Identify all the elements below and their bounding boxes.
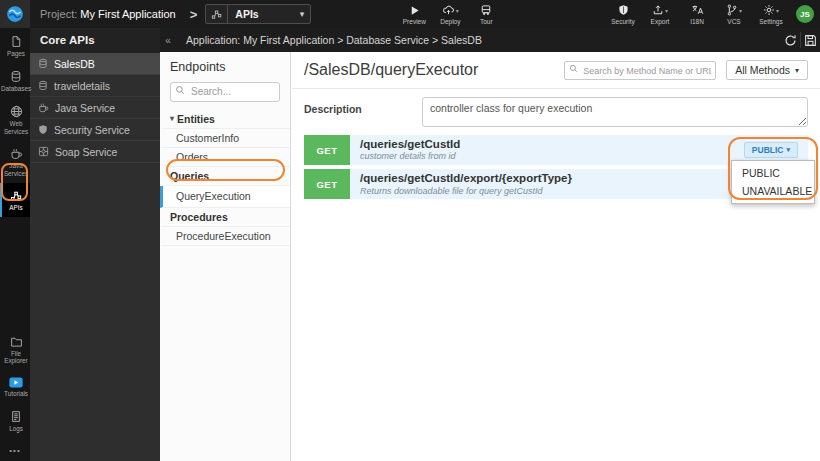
preview-button[interactable]: Preview	[399, 4, 429, 25]
save-icon	[804, 34, 817, 47]
coffee-icon	[10, 147, 23, 160]
endpoints-title: Endpoints	[170, 60, 280, 74]
folder-icon	[10, 336, 23, 348]
dropdown-option-unavailable[interactable]: UNAVAILABLE	[732, 182, 814, 200]
section-queries[interactable]: Queries	[160, 167, 290, 186]
project-label: Project:	[40, 8, 77, 20]
log-file-icon	[10, 410, 22, 423]
access-level-dropdown-button[interactable]: PUBLIC ▾	[744, 142, 798, 158]
security-button[interactable]: Security	[608, 4, 638, 25]
export-icon	[652, 4, 664, 16]
database-icon	[10, 70, 22, 83]
vcs-branch-icon	[726, 4, 738, 16]
save-button[interactable]	[800, 32, 820, 48]
play-icon	[409, 5, 420, 16]
perspective-select[interactable]: APIs ▾	[205, 4, 311, 24]
perspective-label: APIs	[228, 8, 299, 20]
top-bar: Project: My First Application > APIs ▾ P…	[0, 0, 820, 28]
chevron-down-icon: ▾	[776, 7, 779, 14]
section-procedures[interactable]: Procedures	[160, 208, 290, 227]
dropdown-option-public[interactable]: PUBLIC	[732, 164, 814, 182]
description-textarea[interactable]: controller class for query execution	[422, 97, 808, 127]
http-method-badge: GET	[304, 135, 350, 165]
core-apis-item-salesdb[interactable]: SalesDB	[30, 53, 160, 75]
endpoints-search-input[interactable]	[170, 82, 280, 102]
endpoints-search	[170, 81, 280, 102]
all-methods-dropdown[interactable]: All Methods ▾	[726, 60, 808, 80]
caret-down-icon: ▾	[795, 66, 799, 75]
section-entities[interactable]: ▾ Entities	[160, 110, 290, 129]
rail-item-java-services[interactable]: Java Services	[0, 140, 30, 183]
rail-item-apis[interactable]: APIs	[0, 183, 30, 217]
description-label: Description	[304, 97, 422, 127]
breadcrumb-bar: « Application: My First Application > Da…	[160, 28, 820, 52]
endpoint-description: customer details from id	[360, 151, 734, 162]
settings-button[interactable]: ▾ Settings	[756, 4, 786, 25]
chevron-down-icon: ▾	[300, 9, 311, 19]
chevron-down-icon: ▾	[456, 7, 459, 14]
wavemaker-logo[interactable]	[0, 0, 30, 28]
security-shield-icon	[618, 4, 629, 16]
endpoint-item-orders[interactable]: Orders	[160, 148, 290, 167]
export-button[interactable]: ▾ Export	[645, 4, 675, 25]
caret-down-icon: ▾	[786, 146, 790, 154]
logo-icon	[6, 5, 24, 23]
core-apis-item-label: SalesDB	[54, 58, 95, 70]
description-block: Description controller class for query e…	[304, 97, 808, 127]
topbar-actions: Preview ▾ Deploy Tour	[399, 4, 501, 25]
rail-item-web-services[interactable]: Web Services	[0, 98, 30, 141]
method-search-input[interactable]	[564, 61, 716, 80]
main-content: /SalesDB/queryExecutor All Methods ▾ Des…	[292, 52, 820, 461]
chevron-down-icon: ▾	[665, 7, 668, 14]
database-icon	[38, 80, 48, 91]
endpoint-item-customerinfo[interactable]: CustomerInfo	[160, 129, 290, 148]
method-search	[564, 60, 716, 81]
search-icon	[569, 64, 578, 73]
endpoints-panel: Endpoints ▾ Entities CustomerInfo Orders…	[160, 52, 291, 461]
collapse-left-icon[interactable]: «	[160, 35, 176, 46]
soap-icon	[38, 146, 49, 157]
refresh-button[interactable]	[780, 32, 800, 48]
breadcrumb: Application: My First Application > Data…	[186, 34, 482, 46]
core-apis-panel: Core APIs SalesDB traveldetails Java Ser…	[30, 28, 160, 461]
endpoint-item-queryexecution[interactable]: QueryExecution	[160, 186, 290, 208]
core-apis-item-traveldetails[interactable]: traveldetails	[30, 75, 160, 97]
rail-item-file-explorer[interactable]: File Explorer	[0, 329, 30, 371]
app-window: Project: My First Application > APIs ▾ P…	[0, 0, 820, 461]
coffee-icon	[38, 102, 49, 113]
deploy-button[interactable]: ▾ Deploy	[435, 4, 465, 25]
endpoint-path: /queries/getCustId	[360, 137, 734, 151]
access-level-dropdown-menu: PUBLIC UNAVAILABLE	[731, 160, 815, 204]
topbar-right-actions: Security ▾ Export I18N ▾ VCS	[608, 4, 820, 25]
shield-icon	[38, 124, 48, 135]
core-apis-title: Core APIs	[30, 28, 160, 53]
user-avatar[interactable]: JS	[796, 5, 814, 23]
core-apis-item-label: traveldetails	[54, 80, 110, 92]
refresh-icon	[784, 34, 797, 47]
rail-item-logs[interactable]: Logs	[0, 403, 30, 438]
rail-item-tutorials[interactable]: Tutorials	[0, 370, 30, 403]
endpoint-row-body: /queries/getCustId customer details from…	[350, 135, 744, 165]
i18n-translate-icon	[691, 4, 704, 16]
project-name: My First Application	[80, 8, 175, 20]
rail-overflow-menu[interactable]: •••	[0, 438, 30, 461]
video-play-icon	[9, 377, 23, 388]
database-icon	[38, 58, 48, 69]
i18n-button[interactable]: I18N	[682, 4, 712, 25]
rail-item-pages[interactable]: Pages	[0, 28, 30, 63]
core-apis-item-soap-service[interactable]: Soap Service	[30, 141, 160, 163]
tour-bus-icon	[480, 4, 492, 16]
vcs-button[interactable]: ▾ VCS	[719, 4, 749, 25]
core-apis-item-security-service[interactable]: Security Service	[30, 119, 160, 141]
api-icon	[10, 190, 22, 202]
tour-button[interactable]: Tour	[471, 4, 501, 25]
api-icon	[206, 5, 228, 23]
rail-item-databases[interactable]: Databases	[0, 63, 30, 98]
settings-gear-icon	[763, 4, 775, 16]
search-icon	[175, 85, 185, 95]
endpoint-item-procedureexecution[interactable]: ProcedureExecution	[160, 227, 290, 246]
http-method-badge: GET	[304, 169, 350, 199]
core-apis-item-java-service[interactable]: Java Service	[30, 97, 160, 119]
page-icon	[10, 35, 22, 48]
main-header: /SalesDB/queryExecutor All Methods ▾	[292, 52, 820, 89]
